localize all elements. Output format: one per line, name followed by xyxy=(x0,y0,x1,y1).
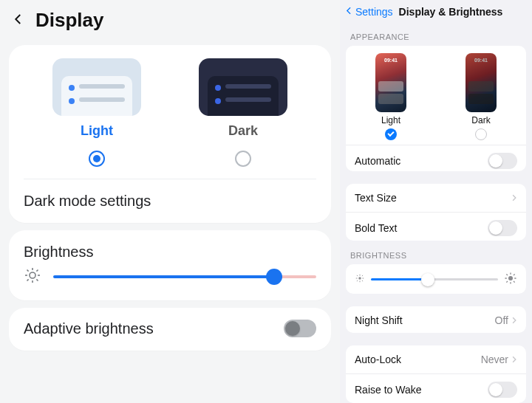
svg-line-26 xyxy=(514,275,515,276)
auto-lock-value: Never xyxy=(481,354,508,365)
svg-line-7 xyxy=(27,279,29,280)
sun-large-icon xyxy=(504,272,517,287)
bold-text-toggle[interactable] xyxy=(488,220,517,236)
text-card: Text Size Bold Text xyxy=(346,184,526,241)
appearance-header: Appearance xyxy=(340,22,532,46)
dark-mode-settings-link[interactable]: Dark mode settings xyxy=(24,179,316,223)
svg-line-23 xyxy=(506,275,508,276)
adaptive-brightness-card: Adaptive brightness xyxy=(9,308,331,351)
appearance-options: Light Dark xyxy=(24,45,316,146)
ios-appearance-option-light[interactable]: 09:41 Light xyxy=(346,53,436,140)
header: Display xyxy=(0,0,340,38)
theme-preview-dark xyxy=(199,58,287,116)
svg-point-0 xyxy=(30,272,35,278)
svg-line-5 xyxy=(27,270,29,272)
svg-line-16 xyxy=(357,280,358,281)
svg-line-8 xyxy=(36,270,38,272)
svg-point-18 xyxy=(508,276,513,280)
android-display-settings-pane: Display Light Dark xyxy=(0,0,340,403)
ios-back-icon[interactable] xyxy=(344,6,354,18)
night-shift-card: Night Shift Off xyxy=(346,306,526,333)
svg-line-15 xyxy=(362,280,363,281)
chevron-right-icon xyxy=(511,354,517,365)
svg-line-17 xyxy=(362,275,363,276)
ios-brightness-row xyxy=(346,264,526,293)
ios-page-title: Display & Brightness xyxy=(399,6,503,18)
ios-appearance-label-light: Light xyxy=(381,115,400,125)
ios-appearance-label-dark: Dark xyxy=(471,115,490,125)
ios-display-settings-pane: Settings Display & Brightness Appearance… xyxy=(340,0,532,403)
sun-small-icon xyxy=(355,273,365,286)
svg-line-14 xyxy=(357,275,358,276)
bold-text-row[interactable]: Bold Text xyxy=(346,212,526,241)
brightness-slider[interactable] xyxy=(53,275,316,278)
night-shift-value: Off xyxy=(495,314,508,326)
appearance-card: Light Dark Dark mode settings xyxy=(9,45,331,223)
lock-card: Auto-Lock Never Raise to Wake xyxy=(346,345,526,403)
theme-preview-light xyxy=(52,58,141,116)
appearance-label-dark: Dark xyxy=(228,123,258,139)
ios-appearance-option-dark[interactable]: 09:41 Dark xyxy=(436,53,526,140)
appearance-option-dark[interactable]: Dark xyxy=(170,58,316,139)
brightness-slider-row xyxy=(24,266,316,300)
text-size-row[interactable]: Text Size xyxy=(346,184,526,212)
raise-to-wake-label: Raise to Wake xyxy=(355,384,422,396)
svg-point-9 xyxy=(358,278,361,280)
svg-line-24 xyxy=(514,281,515,283)
ios-phone-time-dark: 09:41 xyxy=(466,58,497,63)
appearance-option-light[interactable]: Light xyxy=(24,58,170,139)
ios-brightness-card xyxy=(346,264,526,293)
appearance-label-light: Light xyxy=(81,123,113,139)
appearance-radio-row xyxy=(24,146,316,179)
radio-dark[interactable] xyxy=(235,151,251,167)
sun-icon xyxy=(24,266,41,287)
night-shift-label: Night Shift xyxy=(355,314,403,326)
automatic-row[interactable]: Automatic xyxy=(346,145,526,171)
ios-brightness-header: Brightness xyxy=(340,241,532,264)
night-shift-row[interactable]: Night Shift Off xyxy=(346,306,526,333)
raise-to-wake-row[interactable]: Raise to Wake xyxy=(346,373,526,403)
page-title: Display xyxy=(35,9,104,32)
adaptive-brightness-toggle[interactable] xyxy=(284,320,316,337)
svg-line-25 xyxy=(506,281,508,283)
ios-phone-time: 09:41 xyxy=(375,58,406,63)
ios-check-light[interactable] xyxy=(385,128,397,140)
brightness-slider-thumb[interactable] xyxy=(266,269,282,285)
chevron-right-icon xyxy=(511,314,517,326)
brightness-title: Brightness xyxy=(24,230,316,266)
ios-nav: Settings Display & Brightness xyxy=(340,0,532,22)
back-icon[interactable] xyxy=(12,13,25,29)
ios-check-dark[interactable] xyxy=(475,128,487,140)
ios-phone-preview-dark: 09:41 xyxy=(466,53,497,112)
automatic-toggle[interactable] xyxy=(488,153,517,169)
automatic-label: Automatic xyxy=(355,155,400,167)
ios-brightness-slider-thumb[interactable] xyxy=(421,273,434,286)
adaptive-brightness-row[interactable]: Adaptive brightness xyxy=(24,308,316,349)
adaptive-brightness-label: Adaptive brightness xyxy=(24,320,154,337)
ios-back-label[interactable]: Settings xyxy=(355,6,393,18)
ios-appearance-options: 09:41 Light 09:41 Dark xyxy=(346,46,526,145)
ios-brightness-slider[interactable] xyxy=(371,278,498,280)
chevron-right-icon xyxy=(511,192,517,204)
auto-lock-row[interactable]: Auto-Lock Never xyxy=(346,345,526,373)
text-size-label: Text Size xyxy=(355,192,397,204)
radio-light[interactable] xyxy=(89,151,105,167)
ios-phone-preview-light: 09:41 xyxy=(375,53,406,112)
brightness-card: Brightness xyxy=(9,230,331,300)
auto-lock-label: Auto-Lock xyxy=(355,354,401,365)
ios-appearance-card: 09:41 Light 09:41 Dark Automatic xyxy=(346,46,526,171)
bold-text-label: Bold Text xyxy=(355,222,397,234)
raise-to-wake-toggle[interactable] xyxy=(488,382,517,398)
svg-line-6 xyxy=(36,279,38,280)
